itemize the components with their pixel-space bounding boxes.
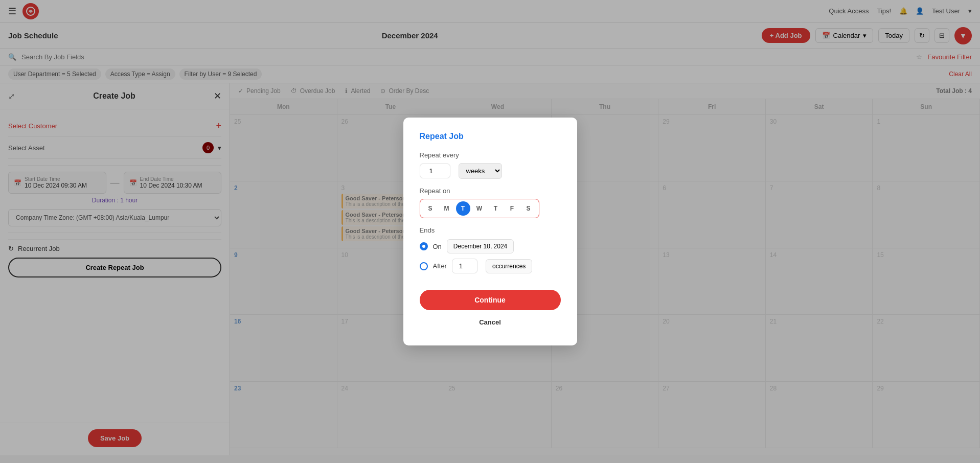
days-row: S M T W T F S bbox=[420, 199, 539, 218]
cancel-modal-button[interactable]: Cancel bbox=[420, 313, 561, 331]
day-thu-button[interactable]: T bbox=[489, 201, 503, 216]
repeat-every-input[interactable] bbox=[420, 164, 450, 178]
day-sat-button[interactable]: S bbox=[521, 201, 536, 216]
ends-label: Ends bbox=[420, 226, 561, 234]
radio-after[interactable] bbox=[420, 262, 428, 270]
day-fri-button[interactable]: F bbox=[505, 201, 519, 216]
repeat-every-row: Repeat every weeks days months bbox=[420, 151, 561, 179]
ends-after-row: After occurrences bbox=[420, 259, 561, 273]
end-date-button[interactable]: December 10, 2024 bbox=[447, 239, 514, 253]
repeat-on-row: Repeat on S M T W T F S bbox=[420, 187, 561, 218]
ends-row: Ends On December 10, 2024 After occurren… bbox=[420, 226, 561, 273]
occurrences-input[interactable] bbox=[452, 259, 477, 273]
radio-on[interactable] bbox=[420, 242, 428, 250]
repeat-unit-select[interactable]: weeks days months bbox=[459, 163, 502, 179]
repeat-every-label: Repeat every bbox=[420, 151, 561, 159]
day-tue-button[interactable]: T bbox=[456, 201, 470, 216]
on-label: On bbox=[433, 243, 442, 250]
repeat-job-modal: Repeat Job Repeat every weeks days month… bbox=[403, 118, 577, 345]
repeat-on-label: Repeat on bbox=[420, 187, 561, 195]
after-label: After bbox=[433, 262, 447, 270]
continue-button[interactable]: Continue bbox=[420, 290, 561, 310]
day-mon-button[interactable]: M bbox=[440, 201, 454, 216]
occurrences-button[interactable]: occurrences bbox=[486, 259, 532, 273]
ends-on-row: On December 10, 2024 bbox=[420, 239, 561, 253]
modal-title: Repeat Job bbox=[420, 132, 561, 141]
day-sun-button[interactable]: S bbox=[423, 201, 438, 216]
day-wed-button[interactable]: W bbox=[472, 201, 487, 216]
